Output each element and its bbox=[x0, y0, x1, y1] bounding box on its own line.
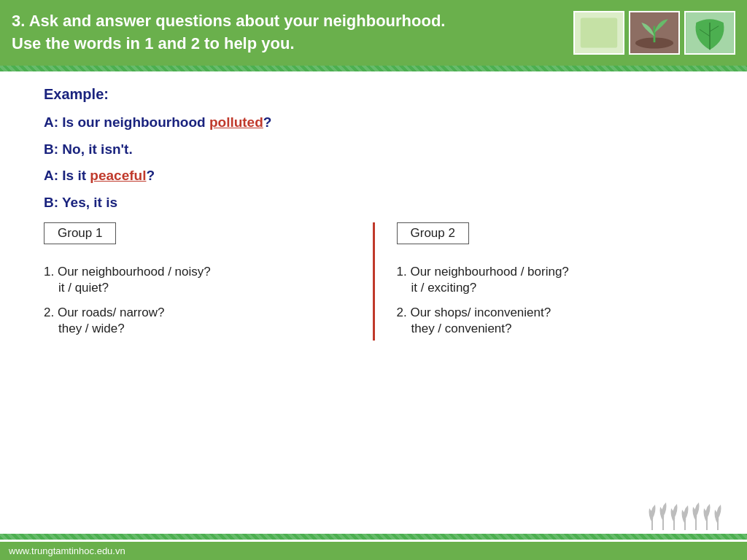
dialogue-a1-word: polluted bbox=[209, 114, 263, 130]
group1-item1-text: Our neighbourhood / noisy? bbox=[58, 265, 211, 279]
group1-label: Group 1 bbox=[44, 222, 116, 244]
header-title-line2: Use the words in 1 and 2 to help you. bbox=[12, 34, 295, 52]
dialogue-a2-prefix: A: Is it bbox=[44, 168, 90, 183]
group1-item1-num: 1. bbox=[44, 265, 58, 279]
group1-item2-text: Our roads/ narrow? bbox=[58, 306, 164, 319]
group2-item2-text: Our shops/ inconvenient? bbox=[410, 306, 551, 319]
header-images bbox=[573, 11, 735, 55]
vertical-divider bbox=[373, 222, 375, 341]
header: 3. Ask and answer questions about your n… bbox=[0, 0, 747, 66]
group2-item1-num: 1. bbox=[397, 265, 411, 279]
dialogue-line-a1: A: Is our neighbourhood polluted? bbox=[44, 113, 703, 133]
group2-item2-sub: they / convenient? bbox=[397, 322, 704, 336]
footer: www.trungtamtinhoc.edu.vn bbox=[0, 542, 747, 560]
main-content: Example: A: Is our neighbourhood pollute… bbox=[0, 71, 747, 348]
groups-wrapper: Group 1 1. Our neighbourhood / noisy? it… bbox=[44, 222, 703, 341]
header-image-2 bbox=[629, 11, 680, 55]
header-title-line1: 3. Ask and answer questions about your n… bbox=[12, 12, 445, 30]
group2-item2-num: 2. bbox=[397, 306, 411, 319]
dialogue-b2-text: B: Yes, it is bbox=[44, 195, 117, 210]
header-title: 3. Ask and answer questions about your n… bbox=[12, 10, 445, 55]
plant-decoration bbox=[645, 494, 732, 534]
dialogue-line-b2: B: Yes, it is bbox=[44, 193, 703, 213]
group1-item1-main: 1. Our neighbourhood / noisy? bbox=[44, 265, 351, 279]
header-image-3 bbox=[684, 11, 735, 55]
dialogue-a2-word: peaceful bbox=[90, 168, 146, 183]
group2-item2-main: 2. Our shops/ inconvenient? bbox=[397, 306, 704, 320]
group2-col: Group 2 1. Our neighbourhood / boring? i… bbox=[382, 222, 704, 341]
group1-item2-sub: they / wide? bbox=[44, 322, 351, 336]
group1-item1-sub: it / quiet? bbox=[44, 281, 351, 295]
group1-item2-main: 2. Our roads/ narrow? bbox=[44, 306, 351, 320]
dialogue-line-a2: A: Is it peaceful? bbox=[44, 166, 703, 186]
example-label: Example: bbox=[44, 86, 703, 103]
group2-item1-sub: it / exciting? bbox=[397, 281, 704, 295]
footer-website: www.trungtamtinhoc.edu.vn bbox=[9, 545, 125, 556]
dialogue-line-b1: B: No, it isn't. bbox=[44, 140, 703, 160]
bottom-stripe bbox=[0, 534, 747, 540]
header-image-1 bbox=[573, 11, 624, 55]
dialogue-a1-suffix: ? bbox=[263, 114, 272, 130]
dialogue-b1-text: B: No, it isn't. bbox=[44, 141, 133, 157]
group2-item1-main: 1. Our neighbourhood / boring? bbox=[397, 265, 704, 279]
dialogue-a2-suffix: ? bbox=[146, 168, 155, 183]
group2-label: Group 2 bbox=[397, 222, 469, 244]
plant-svg bbox=[645, 494, 732, 534]
dialogue-a1-prefix: A: Is our neighbourhood bbox=[44, 114, 209, 130]
svg-rect-1 bbox=[581, 18, 617, 47]
top-stripe bbox=[0, 66, 747, 71]
group1-col: Group 1 1. Our neighbourhood / noisy? it… bbox=[44, 222, 365, 341]
group2-item1-text: Our neighbourhood / boring? bbox=[410, 265, 568, 279]
group1-item2-num: 2. bbox=[44, 306, 58, 319]
